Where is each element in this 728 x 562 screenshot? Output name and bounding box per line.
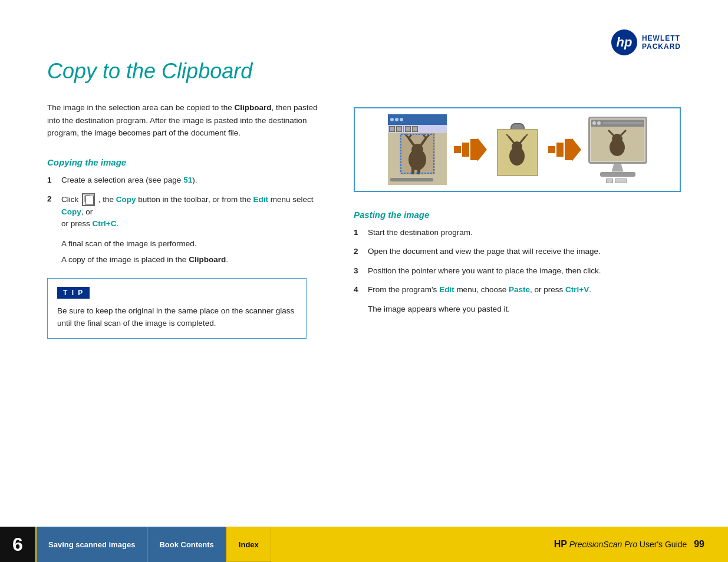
- svg-rect-0: [86, 197, 91, 203]
- arrow-1: [453, 138, 488, 161]
- svg-rect-26: [556, 143, 564, 157]
- copy-step-2: 2 Click , the Copy button in the toolbar…: [47, 193, 330, 230]
- clipboard-bold: Clipboard: [234, 103, 271, 112]
- footer-right: HP PrecisionScan Pro User's Guide 99: [554, 539, 704, 550]
- paste-step-1: 1 Start the destination program.: [354, 227, 681, 239]
- footer-hp-brand: HP: [554, 539, 567, 549]
- copy-button-icon: [82, 193, 95, 206]
- page-content: Copy to the Clipboard The image in the s…: [0, 0, 728, 527]
- footer-page-number: 99: [694, 539, 704, 549]
- monitor: [588, 117, 647, 183]
- svg-rect-25: [548, 146, 555, 153]
- copy-step-1: 1 Create a selection area (see page 51).: [47, 174, 330, 186]
- scanner-window-toolbar: [388, 125, 447, 133]
- copy-link-2[interactable]: Copy: [61, 207, 81, 216]
- right-column: Pasting the image 1 Start the destinatio…: [354, 101, 681, 339]
- clipboard-copy-text: A copy of the image is placed in the Cli…: [61, 253, 330, 266]
- paste-step-4: 4 From the program's Edit menu, choose P…: [354, 284, 681, 296]
- left-column: The image in the selection area can be c…: [47, 101, 330, 339]
- scanner-window-body: [388, 133, 447, 174]
- final-scan-text: A final scan of the image is performed.: [61, 237, 330, 250]
- scanner-illustration: [354, 107, 681, 192]
- svg-marker-28: [572, 138, 581, 161]
- ctrl-c-link[interactable]: Ctrl+C: [93, 219, 117, 228]
- saving-scanned-images-button[interactable]: Saving scanned images: [35, 527, 147, 562]
- moose-image: [400, 133, 435, 174]
- svg-rect-14: [454, 146, 461, 153]
- clipboard-board: [497, 129, 538, 176]
- paste-step-2-text: Open the document and view the page that…: [368, 246, 601, 257]
- scanner-window: [388, 114, 447, 185]
- pasting-steps-list: 1 Start the destination program. 2 Open …: [354, 227, 681, 296]
- arrow-2: [547, 138, 582, 161]
- tip-box: T I P Be sure to keep the original in th…: [47, 278, 307, 339]
- svg-rect-15: [462, 143, 469, 157]
- paste-step-3-text: Position the pointer where you want to p…: [368, 265, 601, 277]
- ctrl-v-link[interactable]: Ctrl+V: [565, 285, 589, 294]
- edit-menu-link-1[interactable]: Edit: [253, 195, 268, 204]
- footer-navigation: Saving scanned images Book Contents Inde…: [35, 527, 271, 562]
- footer-product-rest: User's Guide: [640, 540, 687, 549]
- svg-rect-16: [470, 139, 477, 160]
- svg-rect-1: [85, 196, 90, 202]
- intro-paragraph: The image in the selection area can be c…: [47, 101, 318, 140]
- footer-product-italic: PrecisionScan Pro: [569, 540, 637, 549]
- page-51-link[interactable]: 51: [183, 176, 192, 184]
- monitor-stand: [612, 164, 624, 172]
- two-column-layout: The image in the selection area can be c…: [47, 101, 681, 339]
- paste-link[interactable]: Paste: [509, 285, 530, 294]
- copying-section-heading: Copying the image: [47, 157, 330, 167]
- svg-rect-27: [565, 139, 572, 160]
- paste-step-1-text: Start the destination program.: [368, 227, 473, 239]
- tip-text: Be sure to keep the original in the same…: [57, 305, 297, 330]
- copying-steps-list: 1 Create a selection area (see page 51).…: [47, 174, 330, 230]
- paste-step-3: 3 Position the pointer where you want to…: [354, 265, 681, 277]
- image-appears-text: The image appears where you pasted it.: [368, 303, 681, 316]
- page-title: Copy to the Clipboard: [47, 59, 681, 84]
- tip-label: T I P: [57, 287, 90, 299]
- clipboard: [494, 123, 541, 176]
- chapter-number: 6: [0, 527, 35, 562]
- clipboard-bold-2: Clipboard: [189, 255, 226, 264]
- copy-link-1[interactable]: Copy: [116, 195, 136, 204]
- monitor-screen: [588, 117, 647, 164]
- svg-marker-17: [477, 138, 487, 161]
- edit-menu-link-2[interactable]: Edit: [439, 285, 454, 294]
- scanner-window-header: [388, 114, 447, 125]
- footer: 6 Saving scanned images Book Contents In…: [0, 527, 728, 562]
- paste-step-2: 2 Open the document and view the page th…: [354, 246, 681, 257]
- monitor-base: [600, 172, 635, 177]
- book-contents-button[interactable]: Book Contents: [147, 527, 226, 562]
- index-button[interactable]: Index: [226, 527, 271, 562]
- pasting-section-heading: Pasting the image: [354, 210, 681, 220]
